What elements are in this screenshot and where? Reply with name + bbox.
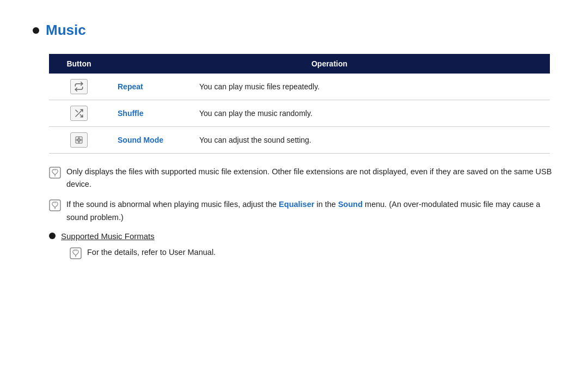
table-row: Shuffle You can play the music randomly. <box>49 100 550 127</box>
svg-line-2 <box>76 110 78 112</box>
subnote-icon <box>70 247 82 261</box>
equaliser-link[interactable]: Equaliser <box>279 200 314 209</box>
subnote-text: For the details, refer to User Manual. <box>87 246 216 259</box>
note-1: Only displays the files with supported m… <box>49 166 555 191</box>
repeat-icon <box>70 79 88 94</box>
repeat-label: Repeat <box>109 74 191 100</box>
music-table: Button Operation Repeat <box>49 54 550 154</box>
note-2-text-before: If the sound is abnormal when playing mu… <box>66 200 279 209</box>
table-row: Repeat You can play music files repeated… <box>49 74 550 100</box>
page-title: Music <box>46 22 86 39</box>
sound-mode-icon <box>70 132 88 148</box>
table-row: Sound Mode You can adjust the sound sett… <box>49 127 550 154</box>
note-1-text: Only displays the files with supported m… <box>66 166 555 191</box>
shuffle-label: Shuffle <box>109 100 191 127</box>
subtitle-bullet <box>49 233 56 239</box>
sound-mode-icon-cell <box>49 127 109 154</box>
note-2-text-middle: in the <box>314 200 338 209</box>
subtitle-text: Supported Music Formats <box>61 231 155 241</box>
shuffle-description: You can play the music randomly. <box>191 100 550 127</box>
table-header-row: Button Operation <box>49 54 550 74</box>
sound-link[interactable]: Sound <box>338 200 363 209</box>
note-2: If the sound is abnormal when playing mu… <box>49 198 555 223</box>
section-subtitle: Supported Music Formats <box>49 231 555 241</box>
note-icon-1 <box>49 167 61 180</box>
shuffle-icon-cell <box>49 100 109 127</box>
col-header-operation: Operation <box>109 54 550 74</box>
page-title-section: Music <box>33 22 555 39</box>
sound-mode-label: Sound Mode <box>109 127 191 154</box>
sound-mode-description: You can adjust the sound setting. <box>191 127 550 154</box>
col-header-button: Button <box>49 54 109 74</box>
title-bullet <box>33 27 39 34</box>
subnote: For the details, refer to User Manual. <box>70 246 555 261</box>
repeat-description: You can play music files repeatedly. <box>191 74 550 100</box>
note-icon-2 <box>49 199 61 213</box>
note-2-text: If the sound is abnormal when playing mu… <box>66 198 555 223</box>
repeat-icon-cell <box>49 74 109 100</box>
music-table-wrapper: Button Operation Repeat <box>49 54 555 154</box>
shuffle-icon <box>70 106 88 121</box>
